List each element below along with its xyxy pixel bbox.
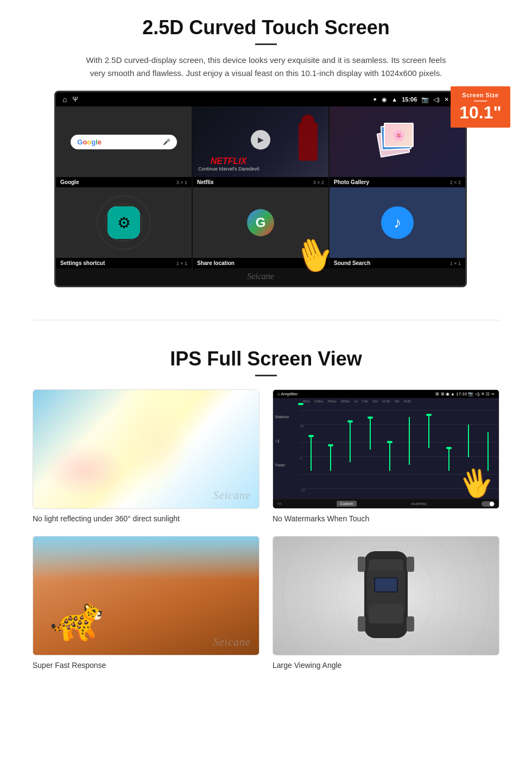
car-background — [273, 537, 499, 655]
seicane-text: Seicane — [247, 272, 274, 281]
gallery-app-size: 2 × 2 — [450, 180, 461, 185]
svg-rect-7 — [407, 616, 414, 632]
google-app-name: Google — [60, 179, 79, 185]
home-icon[interactable]: ⌂ — [62, 95, 67, 104]
google-search-bar[interactable]: Google 🎤 — [71, 135, 177, 149]
section-ips: IPS Full Screen View Seicane No light re… — [0, 342, 532, 686]
amp-back-icon[interactable]: << — [277, 502, 282, 506]
section2-title: IPS Full Screen View — [33, 348, 499, 370]
screen-size-badge: Screen Size 10.1" — [451, 86, 510, 128]
sunlight-caption: No light reflecting under 360° direct su… — [33, 514, 259, 523]
car-image — [273, 536, 499, 655]
music-label: Sound Search 1 × 1 — [330, 258, 465, 268]
google-app-size: 3 × 1 — [176, 180, 187, 185]
netflix-app-name: Netflix — [197, 179, 214, 185]
usb-icon: Ψ — [72, 96, 78, 103]
seicane-watermark-screen: Seicane — [56, 268, 465, 286]
amp-eq-area: Balance ◁) Fader 10 0 — [273, 403, 499, 499]
status-left: ⌂ Ψ — [62, 95, 78, 104]
google-app-cell[interactable]: Google 🎤 — [56, 106, 192, 177]
settings-label: Settings shortcut 1 × 1 — [56, 258, 192, 268]
cheetah-background: 🐆 Seicane — [33, 537, 259, 655]
gallery-app-cell[interactable]: 🌸 — [330, 106, 465, 177]
settings-app-size: 1 × 1 — [176, 261, 187, 266]
netflix-app-cell[interactable]: ▶ NETFLIX Continue Marvel's Daredevil — [193, 106, 328, 177]
car-svg — [353, 540, 419, 649]
car-top-view — [353, 540, 419, 651]
maps-icon: G — [247, 209, 274, 236]
gallery-label: Photo Gallery 2 × 2 — [330, 177, 465, 187]
wifi-icon: ▲ — [391, 96, 397, 103]
cheetah-caption: Super Fast Response — [33, 661, 259, 670]
amp-side-labels: Balance ◁) Fader — [273, 403, 300, 499]
voice-search-icon[interactable]: 🎤 — [163, 138, 170, 146]
badge-unit: " — [493, 103, 502, 122]
amp-status-icons: ⊞ ⊞ ◉ ▲ 17:33 📷 ◁) ✕ ⊡ ⇒ — [435, 392, 495, 396]
app-grid-row1: Google 🎤 ▶ — [56, 106, 465, 177]
badge-line — [474, 100, 487, 102]
feature-sunlight: Seicane No light reflecting under 360° d… — [33, 389, 259, 523]
section1-description: With 2.5D curved-display screen, this de… — [81, 54, 451, 80]
title-underline — [255, 43, 277, 45]
netflix-logo-text: NETFLIX — [198, 156, 259, 166]
screen-wrapper: Screen Size 10.1" ⌂ Ψ ✦ ◉ ▲ 15:06 📷 ◁) — [54, 91, 478, 287]
close-icon[interactable]: ✕ — [444, 96, 449, 103]
device-screen: ⌂ Ψ ✦ ◉ ▲ 15:06 📷 ◁) ✕ ▭ — [54, 91, 467, 287]
play-button[interactable]: ▶ — [251, 130, 270, 149]
badge-size: 10.1" — [455, 104, 506, 121]
netflix-subtitle: Continue Marvel's Daredevil — [198, 166, 259, 172]
app-labels-row1: Google 3 × 1 Netflix 3 × 2 Photo Gallery… — [56, 177, 465, 187]
section-curved-screen: 2.5D Curved Touch Screen With 2.5D curve… — [0, 0, 532, 298]
gallery-stack: 🌸 — [378, 123, 416, 161]
feature-cheetah: 🐆 Seicane Super Fast Response — [33, 536, 259, 670]
amplifier-screen: ⌂ Amplifier ⊞ ⊞ ◉ ▲ 17:33 📷 ◁) ✕ ⊡ ⇒ 60h… — [273, 390, 499, 508]
svg-rect-6 — [358, 616, 365, 632]
settings-app-cell[interactable]: ⚙ — [56, 187, 192, 258]
settings-app-name: Settings shortcut — [60, 260, 105, 266]
netflix-app-size: 3 × 2 — [313, 180, 324, 185]
feature-car: Large Viewing Angle — [273, 536, 499, 670]
sunlight-background: Seicane — [33, 390, 259, 508]
amp-loudness-label: loudness — [411, 502, 427, 506]
section1-title: 2.5D Curved Touch Screen — [33, 16, 499, 39]
bluetooth-icon: ✦ — [372, 96, 377, 103]
music-app-name: Sound Search — [334, 260, 370, 266]
svg-rect-5 — [407, 557, 414, 572]
svg-rect-9 — [375, 578, 397, 591]
section2-underline — [255, 375, 277, 376]
section-divider — [33, 320, 499, 320]
gallery-img-3: 🌸 — [384, 123, 414, 147]
google-label: Google 3 × 1 — [56, 177, 192, 187]
music-app-size: 1 × 1 — [450, 261, 461, 266]
svg-rect-3 — [369, 604, 403, 623]
netflix-label: Netflix 3 × 2 — [193, 177, 328, 187]
amplifier-caption: No Watermarks When Touch — [273, 514, 499, 523]
maps-app-name: Share location — [197, 260, 235, 266]
location-icon: ◉ — [382, 96, 387, 103]
google-logo: Google — [77, 138, 102, 146]
sunlight-image: Seicane — [33, 389, 259, 509]
camera-icon: 📷 — [421, 96, 429, 103]
app-grid-row2: ⚙ G 🤚 ♪ — [56, 187, 465, 258]
time-display: 15:06 — [402, 96, 417, 103]
netflix-info-overlay: NETFLIX Continue Marvel's Daredevil — [198, 156, 259, 172]
amp-status-bar: ⌂ Amplifier ⊞ ⊞ ◉ ▲ 17:33 📷 ◁) ✕ ⊡ ⇒ — [273, 390, 499, 398]
badge-label: Screen Size — [455, 92, 506, 98]
music-app-cell[interactable]: ♪ — [330, 187, 465, 258]
svg-rect-4 — [358, 557, 365, 572]
cheetah-image: 🐆 Seicane — [33, 536, 259, 655]
amp-custom-button[interactable]: Custom — [337, 501, 356, 507]
car-caption: Large Viewing Angle — [273, 661, 499, 670]
amp-freq-labels: 60hz 100hz 200hz 500hz 1k 2.5k 10k 12.5k… — [273, 398, 499, 403]
volume-icon: ◁) — [433, 96, 440, 103]
seicane-watermark-cheetah: Seicane — [213, 636, 251, 648]
app-labels-row2: Settings shortcut 1 × 1 Share location 1… — [56, 258, 465, 268]
status-right: ✦ ◉ ▲ 15:06 📷 ◁) ✕ ▭ — [372, 96, 459, 103]
amplifier-image: ⌂ Amplifier ⊞ ⊞ ◉ ▲ 17:33 📷 ◁) ✕ ⊡ ⇒ 60h… — [273, 389, 499, 509]
music-icon: ♪ — [381, 206, 414, 239]
status-bar: ⌂ Ψ ✦ ◉ ▲ 15:06 📷 ◁) ✕ ▭ — [56, 92, 465, 106]
amp-loudness-toggle[interactable] — [482, 501, 495, 507]
feature-grid: Seicane No light reflecting under 360° d… — [33, 389, 499, 670]
seicane-watermark-sunlight: Seicane — [213, 489, 251, 502]
maps-app-cell[interactable]: G 🤚 — [193, 187, 328, 258]
